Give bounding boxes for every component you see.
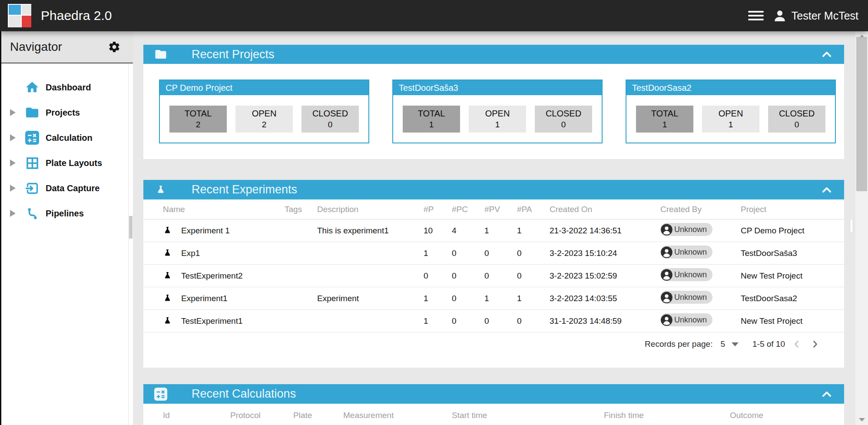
table-row[interactable]: Experiment1 Experiment 1 0 1 1 3-2-2023 … xyxy=(143,287,844,310)
table-row[interactable]: Experiment 1 This is experiment1 10 4 1 … xyxy=(143,219,844,242)
stat-total: TOTAL 1 xyxy=(403,106,460,133)
navigator-title: Navigator xyxy=(10,40,62,54)
sidebar-item-label: Plate Layouts xyxy=(46,158,102,168)
experiment-name: Exp1 xyxy=(181,249,200,258)
stat-closed: CLOSED 0 xyxy=(768,106,825,133)
pv-cell: 0 xyxy=(484,249,517,258)
sidebar-item-data-capture[interactable]: Data Capture xyxy=(1,176,133,201)
project-cell: TestDoorSasa2 xyxy=(741,294,835,303)
top-bar: Phaedra 2.0 Tester McTest xyxy=(0,0,868,31)
recent-calculations-header: Recent Calculations xyxy=(143,384,844,404)
logo-blue-square xyxy=(9,5,21,15)
pv-cell: 0 xyxy=(484,316,517,326)
pc-cell: 0 xyxy=(452,249,484,258)
pa-cell: 1 xyxy=(517,226,550,236)
project-cell: New Test Project xyxy=(741,316,835,326)
stat-open: OPEN 1 xyxy=(702,106,759,133)
table-row[interactable]: TestExperiment2 0 0 0 0 3-2-2023 15:02:5… xyxy=(143,265,844,287)
project-cell: TestDoorSaša3 xyxy=(741,249,835,258)
p-cell: 1 xyxy=(424,316,452,326)
home-icon xyxy=(25,80,40,95)
sidebar-item-pipelines[interactable]: Pipelines xyxy=(1,201,133,226)
sidebar-item-plate-layouts[interactable]: Plate Layouts xyxy=(1,150,133,176)
sidebar-item-projects[interactable]: Projects xyxy=(1,100,133,125)
folder-icon xyxy=(25,105,40,120)
project-card[interactable]: CP Demo Project TOTAL 2 OPEN 2 C xyxy=(159,80,369,143)
chevron-up-icon[interactable] xyxy=(821,388,833,400)
experiment-name: TestExperiment2 xyxy=(181,271,243,281)
table-row[interactable]: Exp1 1 0 0 0 3-2-2023 15:10:24 Unknown xyxy=(143,242,844,265)
experiments-table: Name Tags Description #P #PC #PV #PA Cre… xyxy=(143,199,844,368)
next-page-button[interactable] xyxy=(808,338,822,351)
records-per-page-label: Records per page: xyxy=(645,339,712,349)
expand-icon[interactable] xyxy=(10,109,20,116)
sidebar-item-label: Pipelines xyxy=(46,209,84,219)
project-card-stats: TOTAL 1 OPEN 1 CLOSED 0 xyxy=(626,95,835,143)
flask-icon xyxy=(163,292,172,304)
plate-grid-icon xyxy=(25,156,40,170)
sidebar-item-dashboard[interactable]: Dashboard xyxy=(1,75,133,100)
avatar-icon xyxy=(660,246,673,259)
flask-icon xyxy=(163,270,172,282)
stat-open: OPEN 1 xyxy=(469,106,526,133)
navigator-header: Navigator xyxy=(1,31,133,63)
stat-closed: CLOSED 0 xyxy=(301,106,359,133)
main-scrollbar-thumb[interactable] xyxy=(856,37,867,191)
logo-gray-square xyxy=(22,5,32,15)
experiment-name: Experiment 1 xyxy=(181,226,230,236)
recent-experiments-header: Recent Experiments xyxy=(143,180,844,199)
calculator-icon xyxy=(154,388,167,401)
stat-total: TOTAL 1 xyxy=(636,106,693,133)
stat-closed: CLOSED 0 xyxy=(535,106,592,133)
expand-icon[interactable] xyxy=(10,210,20,217)
user-name: Tester McTest xyxy=(792,10,858,22)
pagination-range: 1-5 of 10 xyxy=(752,339,785,349)
sidebar-item-label: Dashboard xyxy=(46,83,91,93)
sidebar-scrollbar-thumb[interactable] xyxy=(129,216,133,239)
calculations-table: Id Protocol Plate Measurement Start time… xyxy=(143,404,844,425)
project-cell: New Test Project xyxy=(741,271,835,281)
pa-cell: 0 xyxy=(517,271,550,281)
chevron-up-icon[interactable] xyxy=(821,48,833,60)
created-by-chip: Unknown xyxy=(660,223,712,236)
table-row[interactable]: TestExperiment1 1 0 0 0 31-1-2023 14:48:… xyxy=(143,310,844,332)
menu-icon[interactable] xyxy=(748,11,764,20)
section-title: Recent Experiments xyxy=(192,183,297,196)
pv-cell: 0 xyxy=(484,271,517,281)
project-card[interactable]: TestDoorSasa2 TOTAL 1 OPEN 1 CLO xyxy=(626,80,836,143)
records-per-page-select[interactable]: 5 xyxy=(720,339,739,349)
project-card[interactable]: TestDoorSaša3 TOTAL 1 OPEN 1 CLO xyxy=(392,80,603,143)
expand-icon[interactable] xyxy=(10,134,20,141)
previous-page-button[interactable] xyxy=(790,338,803,351)
pa-cell: 0 xyxy=(517,316,550,326)
created-by-chip: Unknown xyxy=(660,268,712,281)
created-by-chip: Unknown xyxy=(660,313,712,326)
created-on-cell: 3-2-2023 15:10:24 xyxy=(550,249,660,258)
recent-projects-header: Recent Projects xyxy=(143,45,844,64)
avatar-icon xyxy=(660,291,673,304)
phaedra-logo xyxy=(8,4,31,27)
user-menu[interactable]: Tester McTest xyxy=(772,8,858,23)
project-cell: CP Demo Project xyxy=(741,226,835,236)
sidebar-item-label: Data Capture xyxy=(46,183,99,193)
sidebar-scrollbar xyxy=(128,64,133,425)
expand-icon[interactable] xyxy=(10,159,20,166)
app-title: Phaedra 2.0 xyxy=(41,8,112,23)
scroll-down-arrow[interactable] xyxy=(859,418,865,422)
recent-projects-body: CP Demo Project TOTAL 2 OPEN 2 C xyxy=(143,64,844,159)
avatar-icon xyxy=(660,223,673,236)
table-header-row: Name Tags Description #P #PC #PV #PA Cre… xyxy=(143,199,844,219)
sidebar-item-calculation[interactable]: Calculation xyxy=(1,125,133,150)
expand-icon[interactable] xyxy=(10,185,20,192)
project-card-stats: TOTAL 2 OPEN 2 CLOSED 0 xyxy=(160,95,368,143)
avatar-icon xyxy=(660,269,673,281)
p-cell: 0 xyxy=(424,271,452,281)
p-cell: 1 xyxy=(424,294,452,303)
project-card-title: TestDoorSasa2 xyxy=(626,80,835,95)
recent-calculations-panel: Recent Calculations Id Protocol Plate Me… xyxy=(143,384,844,425)
content-scroll-handle[interactable] xyxy=(850,219,853,233)
section-title: Recent Projects xyxy=(192,48,275,61)
user-icon xyxy=(772,8,787,23)
chevron-up-icon[interactable] xyxy=(821,184,833,196)
gear-icon[interactable] xyxy=(108,40,121,53)
